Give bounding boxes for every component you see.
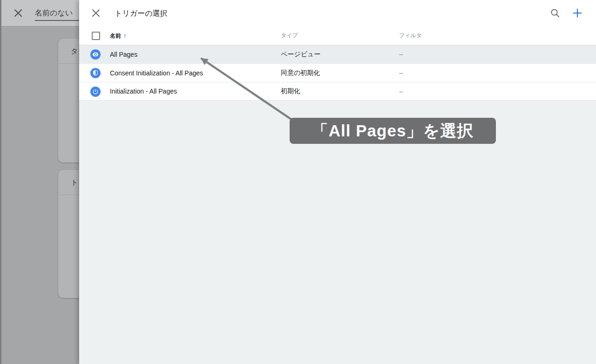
sort-ascending-icon: ↑ bbox=[123, 32, 127, 39]
initialization-power-icon bbox=[90, 87, 101, 97]
trigger-name: Consent Initialization - All Pages bbox=[110, 64, 203, 82]
background-dialog-title: 名前のない bbox=[35, 0, 73, 26]
trigger-filter: -- bbox=[399, 45, 403, 63]
search-icon[interactable] bbox=[550, 8, 560, 18]
consent-shield-icon bbox=[90, 68, 101, 78]
panel-header: トリガーの選択 bbox=[79, 0, 596, 27]
close-icon[interactable] bbox=[92, 9, 100, 17]
select-all-checkbox[interactable] bbox=[92, 32, 100, 40]
trigger-table-header: 名前↑ タイプ フィルタ bbox=[79, 27, 596, 45]
trigger-type: 初期化 bbox=[281, 82, 300, 100]
trigger-select-panel: トリガーの選択 名前↑ タイプ フィルタ All bbox=[79, 0, 596, 364]
add-trigger-plus-icon[interactable] bbox=[572, 8, 582, 18]
column-header-name[interactable]: 名前↑ bbox=[110, 27, 127, 45]
pageview-eye-icon bbox=[90, 49, 101, 60]
column-header-filter[interactable]: フィルタ bbox=[399, 27, 422, 45]
background-close-icon bbox=[14, 9, 22, 17]
annotation-label: 「All Pages」を選択 bbox=[312, 120, 474, 142]
trigger-type: ページビュー bbox=[281, 45, 320, 63]
trigger-filter: -- bbox=[399, 82, 403, 100]
annotation-callout: 「All Pages」を選択 bbox=[290, 118, 496, 144]
background-title-underline bbox=[35, 20, 81, 21]
trigger-name: All Pages bbox=[110, 45, 137, 63]
trigger-type: 同意の初期化 bbox=[281, 64, 320, 82]
trigger-filter: -- bbox=[399, 64, 403, 82]
panel-title: トリガーの選択 bbox=[115, 0, 168, 27]
column-header-type[interactable]: タイプ bbox=[281, 27, 298, 45]
trigger-name: Initialization - All Pages bbox=[110, 82, 177, 100]
column-name-label: 名前 bbox=[110, 33, 121, 39]
trigger-row-all-pages[interactable]: All Pages ページビュー -- bbox=[79, 45, 596, 64]
background-left-edge bbox=[0, 0, 1, 364]
trigger-row-consent-initialization[interactable]: Consent Initialization - All Pages 同意の初期… bbox=[79, 64, 596, 82]
trigger-row-initialization[interactable]: Initialization - All Pages 初期化 -- bbox=[79, 82, 596, 101]
